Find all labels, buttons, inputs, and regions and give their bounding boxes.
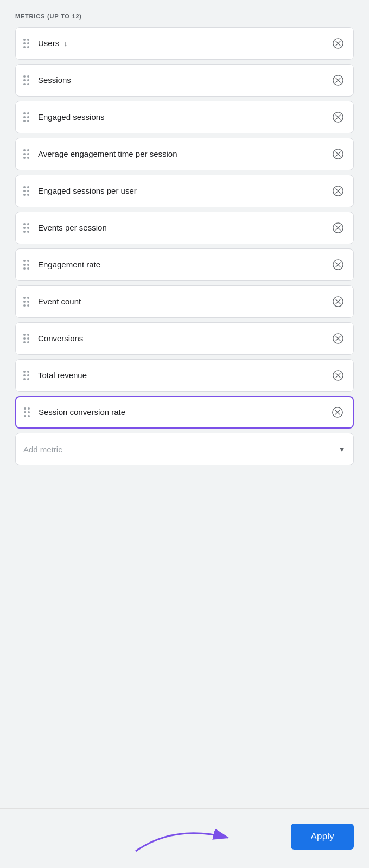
remove-metric-button[interactable] <box>330 220 346 235</box>
metric-row[interactable]: Events per session <box>15 212 354 244</box>
metric-row[interactable]: Event count <box>15 285 354 318</box>
metric-row[interactable]: Users↓ <box>15 27 354 60</box>
metric-label: Total revenue <box>38 370 326 381</box>
remove-metric-button[interactable] <box>330 73 346 88</box>
drag-handle-icon <box>23 149 29 159</box>
remove-metric-button[interactable] <box>330 294 346 309</box>
drag-handle-icon <box>23 260 29 270</box>
add-metric-row[interactable]: Add metric ▼ <box>15 433 354 465</box>
remove-metric-button[interactable] <box>330 405 345 420</box>
remove-metric-button[interactable] <box>330 368 346 383</box>
metric-label: Engagement rate <box>38 259 326 270</box>
apply-button[interactable]: Apply <box>291 824 354 850</box>
drag-handle-icon <box>23 371 29 380</box>
drag-handle-icon <box>23 39 29 48</box>
metric-row[interactable]: Conversions <box>15 322 354 355</box>
bottom-bar: Apply <box>0 808 369 868</box>
drag-handle-icon <box>24 407 30 417</box>
sort-arrow-icon: ↓ <box>63 39 67 48</box>
drag-handle-icon <box>23 297 29 307</box>
remove-metric-button[interactable] <box>330 110 346 125</box>
metric-label: Engaged sessions per user <box>38 186 326 196</box>
metric-row[interactable]: Average engagement time per session <box>15 138 354 170</box>
drag-handle-icon <box>23 186 29 196</box>
metric-label: Engaged sessions <box>38 112 326 123</box>
metric-label: Sessions <box>38 75 326 86</box>
metric-label: Events per session <box>38 222 326 233</box>
dropdown-arrow-icon: ▼ <box>338 445 346 454</box>
drag-handle-icon <box>23 223 29 233</box>
section-label: METRICS (UP TO 12) <box>15 13 354 20</box>
metric-row[interactable]: Session conversion rate <box>15 396 354 429</box>
metric-row[interactable]: Engaged sessions <box>15 101 354 133</box>
metric-label: Conversions <box>38 333 326 344</box>
add-metric-placeholder: Add metric <box>23 445 338 454</box>
remove-metric-button[interactable] <box>330 183 346 199</box>
drag-handle-icon <box>23 112 29 122</box>
metric-row[interactable]: Total revenue <box>15 359 354 392</box>
remove-metric-button[interactable] <box>330 36 346 51</box>
metric-label: Users↓ <box>38 38 326 49</box>
arrow-annotation <box>130 819 239 859</box>
metric-label: Average engagement time per session <box>38 149 326 159</box>
drag-handle-icon <box>23 75 29 85</box>
remove-metric-button[interactable] <box>330 331 346 346</box>
metric-row[interactable]: Engagement rate <box>15 248 354 281</box>
metric-label: Event count <box>38 296 326 307</box>
metric-label: Session conversion rate <box>39 407 326 418</box>
remove-metric-button[interactable] <box>330 257 346 272</box>
drag-handle-icon <box>23 334 29 343</box>
metrics-panel: METRICS (UP TO 12) Users↓ Sessions Engag… <box>0 0 369 808</box>
metric-row[interactable]: Engaged sessions per user <box>15 175 354 207</box>
remove-metric-button[interactable] <box>330 146 346 162</box>
metric-row[interactable]: Sessions <box>15 64 354 97</box>
metrics-list: Users↓ Sessions Engaged sessions Average… <box>15 27 354 429</box>
